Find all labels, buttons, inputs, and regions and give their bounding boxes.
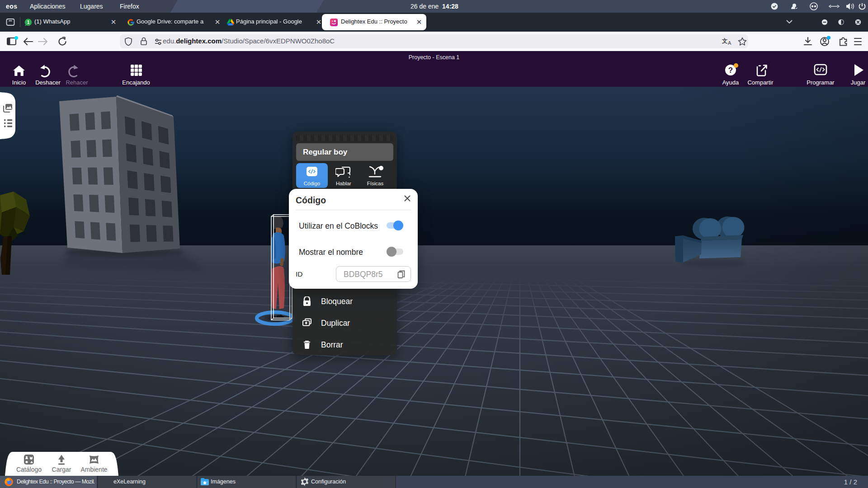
svg-text:1: 1 [27,20,30,25]
svg-text:Ambiente: Ambiente [80,466,107,473]
svg-text:Catálogo: Catálogo [16,466,42,473]
svg-text:A: A [728,40,731,46]
svg-text:?: ? [728,66,733,75]
svg-text:Cargar: Cargar [52,466,71,473]
svg-text:文: 文 [722,38,728,44]
